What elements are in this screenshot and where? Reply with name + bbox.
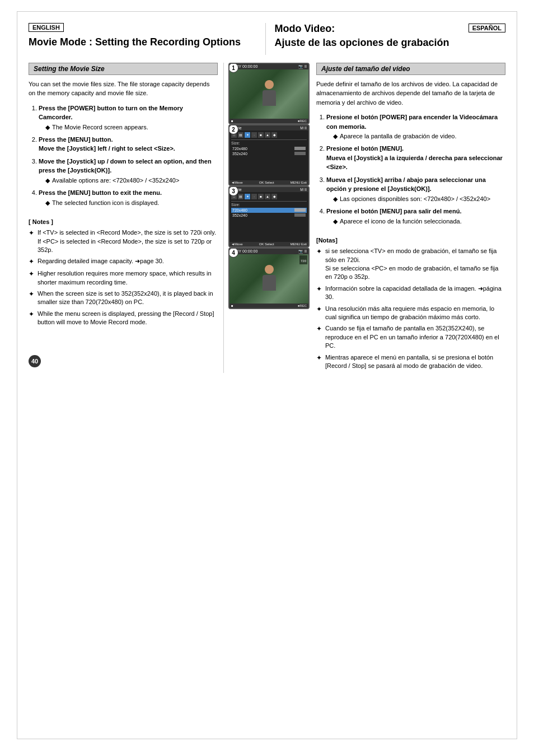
person-body-4 (263, 275, 276, 291)
english-note-5: ✦ While the menu screen is displayed, pr… (29, 310, 218, 327)
cam-person-1 (258, 80, 280, 108)
menu-size-label-3: Size: (231, 203, 307, 207)
espanol-step-1-main: Presione el botón [POWER] para encender … (326, 114, 498, 130)
espanol-step-1: Presione el botón [POWER] para encender … (326, 113, 505, 141)
esp-note-cross-icon-5: ✦ (316, 353, 322, 363)
menu-bar-352 (294, 152, 306, 155)
english-step-2-main-part1: Press the [MENU] button. (39, 136, 113, 143)
cam-bottom-bar-4: ■ ●REC (229, 304, 308, 308)
espanol-step-4-bullet: Aparece el icono de la función seleccion… (333, 217, 505, 226)
menu-icon-box-3g: ◆ (271, 194, 277, 199)
note-cross-icon-1: ✦ (29, 228, 34, 238)
english-step-4-bullet: The selected function icon is displayed. (45, 199, 218, 207)
espanol-step-3: Mueva el [Joystick] arriba / abajo para … (326, 175, 505, 203)
person-body-1 (263, 90, 276, 106)
cam-top-bar-1: STBY 00:00:00 📷 II (229, 64, 308, 69)
english-notes-title: [ Notes ] (29, 218, 218, 225)
menu-bar-720-sel (294, 208, 306, 212)
english-note-2: ✦ Regarding detailed image capacity. ➜pa… (29, 257, 218, 267)
espanol-note-5: ✦ Mientras aparece el menú en pantalla, … (316, 353, 505, 371)
step-indicator-1: 1 (228, 63, 238, 73)
camera-screen-4: 4 STBY 00:00:00 📷 II 720 ■ ●REC (228, 248, 310, 309)
menu-icon-box: ◆ (271, 132, 277, 138)
person-head-1 (265, 80, 274, 89)
espanol-note-3: ✦ Una resolución más alta requiere más e… (316, 305, 505, 322)
english-step-2: Press the [MENU] button. Move the [Joyst… (39, 135, 218, 153)
english-header: ENGLISH Movie Mode : Setting the Recordi… (29, 23, 265, 54)
espanol-header: Modo Video: ESPAÑOL Ajuste de las opcion… (266, 23, 506, 55)
header-section: ENGLISH Movie Mode : Setting the Recordi… (29, 23, 505, 55)
english-step-2-main-part2: Move the [Joystick] left / right to sele… (39, 145, 175, 152)
menu-icon-box: ▤ (238, 132, 243, 138)
english-step-4-main: Press the [MENU] button to exit the menu… (39, 189, 162, 196)
espanol-note-4: ✦ Cuando se fija el tamaño de pantalla e… (316, 324, 505, 350)
english-step-1-bullet: The Movie Record screen appears. (45, 123, 218, 132)
espanol-title-line2: Ajuste de las opciones de grabación (275, 37, 506, 49)
espanol-intro: Puede definir el tamaño de los archivos … (316, 80, 505, 108)
menu-icon-box-3c: ✦ (245, 194, 250, 199)
espanol-step-3-bullet: Las opciones disponibles son: <720x480> … (333, 195, 505, 203)
english-lang-tag: ENGLISH (29, 23, 64, 32)
espanol-note-1: ✦ si se selecciona <TV> en modo de graba… (316, 247, 505, 282)
cam-menu-2: □ ▤ ✦ · ■ ▲ ◆ Size: 720x480 352x240 (229, 130, 308, 180)
english-step-3-main: Move the [Joystick] up / down to select … (39, 158, 212, 174)
english-intro: You can set the movie files size. The fi… (29, 80, 218, 98)
menu-icon-box-3f: ▲ (265, 194, 270, 199)
espanol-step-4-main: Presione el botón [MENU] para salir del … (326, 208, 461, 214)
cam-bottom-bar-1: ■ ●REC (229, 119, 308, 123)
cam-menu-item-720: 720x480 (231, 146, 307, 151)
cam-menu-item-720-selected: 720x480 (231, 208, 307, 213)
camera-screen-1: 1 STBY 00:00:00 📷 II ■ ●REC (228, 63, 310, 124)
espanol-step-1-bullet: Aparece la pantalla de grabación de vide… (333, 132, 505, 141)
note-cross-icon-3: ✦ (29, 269, 34, 279)
espanol-note-2: ✦ Información sobre la capacidad detalla… (316, 284, 505, 302)
english-note-1: ✦ If <TV> is selected in <Record Mode>, … (29, 228, 218, 254)
cam-bottom-bar-3: ◄Move OK Select MENU Exit (229, 242, 308, 246)
cam-top-bar-3: Movie M II (229, 187, 308, 192)
menu-icon-box-3d: · (251, 194, 257, 199)
note-cross-icon-5: ✦ (29, 310, 34, 319)
cam-menu-item-352-3: 352x240 (231, 213, 307, 218)
page-container: ENGLISH Movie Mode : Setting the Recordi… (17, 11, 517, 739)
menu-icon-box: · (251, 132, 257, 138)
english-note-3: ✦ Higher resolution requires more memory… (29, 269, 218, 287)
espanol-steps: Presione el botón [POWER] para encender … (316, 113, 505, 226)
english-step-1: Press the [POWER] button to turn on the … (39, 104, 218, 132)
main-content: Setting the Movie Size You can set the m… (29, 63, 505, 374)
espanol-step-4: Presione el botón [MENU] para salir del … (326, 207, 505, 226)
step-indicator-2: 2 (228, 124, 238, 134)
cam-top-bar-2: Movie M II (229, 125, 308, 130)
espanol-content: Ajuste del tamaño del video Puede defini… (311, 63, 505, 374)
esp-note-cross-icon-2: ✦ (316, 284, 322, 294)
english-steps: Press the [POWER] button to turn on the … (29, 104, 218, 208)
camera-screen-2: 2 Movie M II □ ▤ ✦ · ■ ▲ ◆ Size: (228, 124, 310, 186)
english-step-3: Move the [Joystick] up / down to select … (39, 157, 218, 185)
person-head-4 (265, 265, 274, 274)
step-indicator-4: 4 (228, 248, 238, 258)
espanol-step-2: Presione el botón [MENU]. Mueva el [Joys… (326, 144, 505, 172)
cam-bottom-bar-2: ◄Move OK Select MENU Exit (229, 180, 308, 185)
menu-icon-box-3b: ▤ (238, 194, 243, 199)
cam-image-1 (229, 69, 308, 119)
english-step-1-main: Press the [POWER] button to turn on the … (39, 105, 183, 121)
menu-icon-box: ✦ (245, 132, 250, 138)
page-number: 40 (29, 355, 41, 367)
menu-icon-box-3e: ■ (258, 194, 264, 199)
espanol-step-2-main-part1: Presione el botón [MENU]. (326, 145, 404, 152)
espanol-step-2-main-part2: Mueva el [Joystick] a la izquierda / der… (326, 155, 503, 171)
menu-size-label: Size: (231, 141, 307, 145)
menu-bar-720 (294, 147, 306, 150)
english-notes-section: [ Notes ] ✦ If <TV> is selected in <Reco… (29, 218, 218, 326)
menu-icon-box: ▲ (265, 132, 270, 138)
esp-note-cross-icon-3: ✦ (316, 305, 322, 314)
english-note-4: ✦ When the screen size is set to 352(352… (29, 290, 218, 307)
english-title: Movie Mode : Setting the Recording Optio… (29, 36, 260, 49)
menu-bar-352-3 (294, 213, 306, 217)
espanol-lang-tag: ESPAÑOL (469, 24, 505, 32)
menu-icon-box: ■ (258, 132, 264, 138)
esp-note-cross-icon-4: ✦ (316, 324, 322, 334)
note-cross-icon-4: ✦ (29, 290, 34, 299)
step-indicator-3: 3 (228, 186, 238, 196)
espanol-notes-title: [Notas] (316, 237, 505, 244)
espanol-step-3-main: Mueva el [Joystick] arriba / abajo para … (326, 176, 486, 193)
